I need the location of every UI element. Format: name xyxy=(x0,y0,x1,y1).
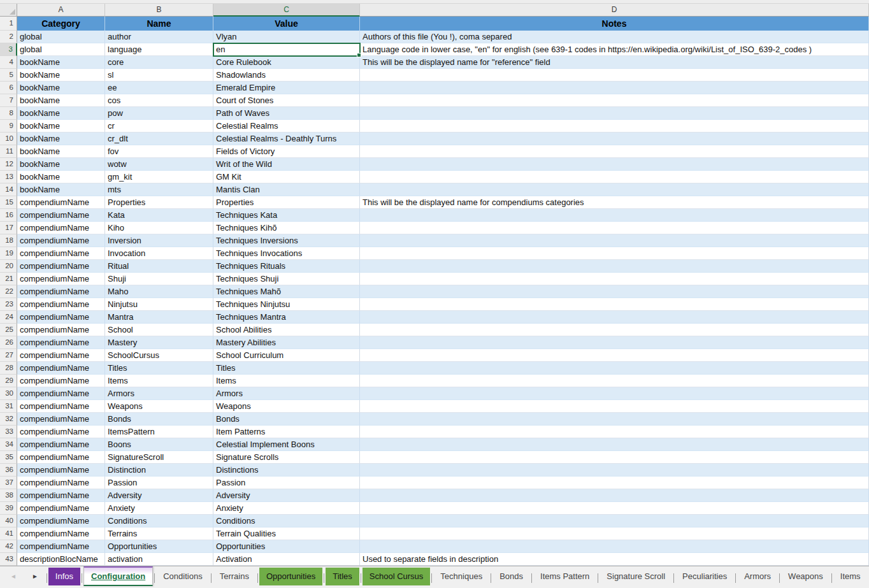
cell-A40[interactable]: compendiumName xyxy=(17,515,105,527)
cell-B35[interactable]: SignatureScroll xyxy=(105,451,213,464)
cell-B27[interactable]: SchoolCursus xyxy=(105,349,213,362)
cell-C24[interactable]: Techniques Mantra xyxy=(213,311,360,324)
cell-D10[interactable] xyxy=(360,133,869,145)
cell-D6[interactable] xyxy=(360,82,869,94)
row-number-40[interactable]: 40 xyxy=(0,515,17,527)
row-number-2[interactable]: 2 xyxy=(0,31,17,43)
row-number-4[interactable]: 4 xyxy=(0,56,17,69)
sheet-tab-infos[interactable]: Infos xyxy=(48,568,80,585)
cell-A35[interactable]: compendiumName xyxy=(17,451,105,464)
cell-D7[interactable] xyxy=(360,94,869,107)
cell-B2[interactable]: author xyxy=(105,31,213,43)
row-number-35[interactable]: 35 xyxy=(0,451,17,464)
row-number-33[interactable]: 33 xyxy=(0,426,17,438)
sheet-tab-opportunities[interactable]: Opportunities xyxy=(259,568,322,585)
cell-D5[interactable] xyxy=(360,69,869,82)
cell-C22[interactable]: Techniques Mahõ xyxy=(213,285,360,298)
row-number-21[interactable]: 21 xyxy=(0,273,17,285)
cell-C40[interactable]: Conditions xyxy=(213,515,360,527)
cell-B3[interactable]: language xyxy=(105,43,213,56)
cell-D16[interactable] xyxy=(360,209,869,222)
cell-A42[interactable]: compendiumName xyxy=(17,540,105,553)
column-header-C[interactable]: C xyxy=(213,4,360,17)
cell-D34[interactable] xyxy=(360,438,869,451)
cell-A26[interactable]: compendiumName xyxy=(17,336,105,349)
cell-D18[interactable] xyxy=(360,234,869,247)
cell-D27[interactable] xyxy=(360,349,869,362)
cell-C27[interactable]: School Curriculum xyxy=(213,349,360,362)
row-number-31[interactable]: 31 xyxy=(0,400,17,413)
cell-C13[interactable]: GM Kit xyxy=(213,171,360,183)
row-number-20[interactable]: 20 xyxy=(0,260,17,273)
cell-A32[interactable]: compendiumName xyxy=(17,413,105,426)
cell-C15[interactable]: Properties xyxy=(213,196,360,209)
cell-D14[interactable] xyxy=(360,183,869,196)
row-number-32[interactable]: 32 xyxy=(0,413,17,426)
cell-C23[interactable]: Techniques Ninjutsu xyxy=(213,298,360,311)
column-header-B[interactable]: B xyxy=(105,4,213,17)
cell-B24[interactable]: Mantra xyxy=(105,311,213,324)
cell-D21[interactable] xyxy=(360,273,869,285)
sheet-tab-items-pattern[interactable]: Items Pattern xyxy=(533,568,596,585)
cell-A36[interactable]: compendiumName xyxy=(17,464,105,477)
cell-D23[interactable] xyxy=(360,298,869,311)
row-number-23[interactable]: 23 xyxy=(0,298,17,311)
row-number-22[interactable]: 22 xyxy=(0,285,17,298)
cell-A23[interactable]: compendiumName xyxy=(17,298,105,311)
cell-A24[interactable]: compendiumName xyxy=(17,311,105,324)
cell-D2[interactable]: Authors of this file (You !), coma separ… xyxy=(360,31,869,43)
cell-B19[interactable]: Invocation xyxy=(105,247,213,260)
cell-C33[interactable]: Item Patterns xyxy=(213,426,360,438)
cell-A30[interactable]: compendiumName xyxy=(17,387,105,400)
cell-C20[interactable]: Techniques Rituals xyxy=(213,260,360,273)
cell-A17[interactable]: compendiumName xyxy=(17,222,105,234)
cell-B41[interactable]: Terrains xyxy=(105,527,213,540)
header-cell-notes[interactable]: Notes xyxy=(360,17,869,31)
cell-A28[interactable]: compendiumName xyxy=(17,362,105,375)
cell-C3[interactable]: en xyxy=(213,43,360,56)
cell-A41[interactable]: compendiumName xyxy=(17,527,105,540)
cell-A10[interactable]: bookName xyxy=(17,133,105,145)
cell-B15[interactable]: Properties xyxy=(105,196,213,209)
cell-A8[interactable]: bookName xyxy=(17,107,105,120)
row-number-1[interactable]: 1 xyxy=(0,17,17,31)
cell-B8[interactable]: pow xyxy=(105,107,213,120)
sheet-tab-conditions[interactable]: Conditions xyxy=(156,568,209,585)
row-number-41[interactable]: 41 xyxy=(0,527,17,540)
cell-C4[interactable]: Core Rulebook xyxy=(213,56,360,69)
row-number-18[interactable]: 18 xyxy=(0,234,17,247)
row-number-39[interactable]: 39 xyxy=(0,502,17,515)
cell-D9[interactable] xyxy=(360,120,869,133)
cell-C2[interactable]: Vlyan xyxy=(213,31,360,43)
row-number-6[interactable]: 6 xyxy=(0,82,17,94)
cell-C30[interactable]: Armors xyxy=(213,387,360,400)
cell-D15[interactable]: This will be the displayed name for comp… xyxy=(360,196,869,209)
cell-C19[interactable]: Techniques Invocations xyxy=(213,247,360,260)
cell-A12[interactable]: bookName xyxy=(17,158,105,171)
row-number-34[interactable]: 34 xyxy=(0,438,17,451)
cell-A11[interactable]: bookName xyxy=(17,145,105,158)
cell-B25[interactable]: School xyxy=(105,324,213,336)
row-number-11[interactable]: 11 xyxy=(0,145,17,158)
cell-C42[interactable]: Opportunities xyxy=(213,540,360,553)
cell-D30[interactable] xyxy=(360,387,869,400)
cell-D37[interactable] xyxy=(360,477,869,489)
row-number-10[interactable]: 10 xyxy=(0,133,17,145)
cell-B33[interactable]: ItemsPattern xyxy=(105,426,213,438)
cell-B10[interactable]: cr_dlt xyxy=(105,133,213,145)
cell-D11[interactable] xyxy=(360,145,869,158)
cell-D31[interactable] xyxy=(360,400,869,413)
cell-A43[interactable]: descriptionBlocName xyxy=(17,553,105,566)
cell-A25[interactable]: compendiumName xyxy=(17,324,105,336)
row-number-14[interactable]: 14 xyxy=(0,183,17,196)
cell-B6[interactable]: ee xyxy=(105,82,213,94)
row-number-26[interactable]: 26 xyxy=(0,336,17,349)
cell-C38[interactable]: Adversity xyxy=(213,489,360,502)
cell-B20[interactable]: Ritual xyxy=(105,260,213,273)
cell-D8[interactable] xyxy=(360,107,869,120)
cell-C11[interactable]: Fields of Victory xyxy=(213,145,360,158)
sheet-tab-techniques[interactable]: Techniques xyxy=(433,568,489,585)
cell-A27[interactable]: compendiumName xyxy=(17,349,105,362)
cell-B4[interactable]: core xyxy=(105,56,213,69)
cell-C35[interactable]: Signature Scrolls xyxy=(213,451,360,464)
